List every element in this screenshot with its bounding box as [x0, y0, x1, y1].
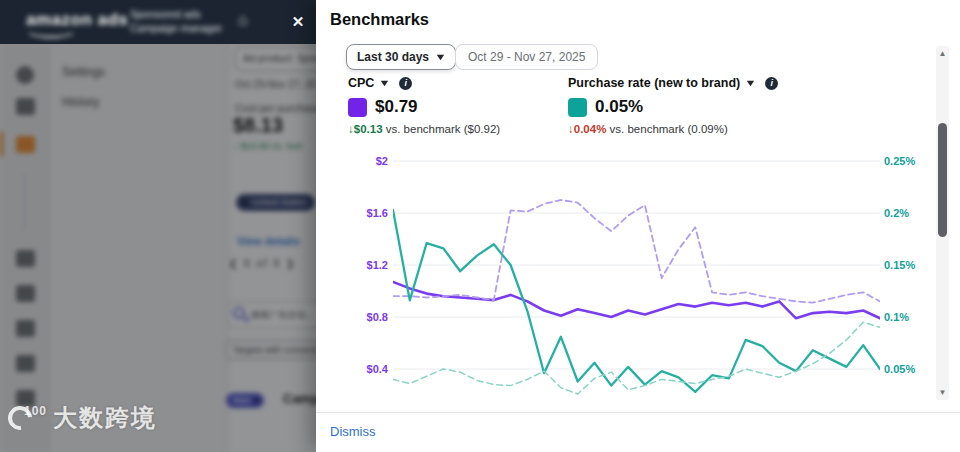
purchase-rate-value: 0.05% — [595, 97, 643, 117]
chevron-down-icon: ▼ — [744, 78, 756, 88]
cpc-delta-value: $0.13 — [354, 123, 383, 135]
topbar-subtitle-line1: Sponsored ads — [130, 8, 201, 20]
app-topbar: amazon ads Sponsored ads Campaign manage… — [0, 0, 320, 44]
left-axis-tick: $0.8 — [346, 310, 388, 324]
cpc-metric-label: CPC — [348, 76, 374, 90]
purchase-rate-delta: ↓0.04% vs. benchmark (0.09%) — [568, 123, 778, 135]
scroll-up-icon[interactable]: ▲ — [936, 49, 949, 58]
series-cpc-benchmark — [393, 200, 880, 303]
left-axis-tick: $1.2 — [346, 258, 388, 272]
amazon-ads-logo: amazon ads — [26, 10, 128, 30]
page-title: Benchmarks — [330, 10, 429, 29]
cpc-value: $0.79 — [375, 97, 418, 117]
scrollbar-thumb[interactable] — [938, 123, 947, 237]
info-icon[interactable]: i — [399, 77, 412, 90]
chevron-down-icon: ▼ — [434, 52, 446, 62]
purchase-rate-metric-dropdown[interactable]: Purchase rate (new to brand) ▼ i — [568, 76, 778, 90]
modal-backdrop[interactable] — [0, 44, 320, 452]
cpc-delta-rest: vs. benchmark ($0.92) — [383, 123, 501, 135]
watermark: 100 大数跨境 — [8, 402, 157, 434]
chevron-down-icon: ▼ — [379, 78, 391, 88]
watermark-text: 大数跨境 — [53, 402, 157, 434]
series-cpc — [393, 282, 880, 318]
series-purchase-rate-new-to-brand- — [393, 210, 880, 392]
right-axis-tick: 0.2% — [884, 206, 944, 220]
date-range-button[interactable]: Oct 29 - Nov 27, 2025 — [455, 44, 598, 70]
cpc-color-swatch — [348, 98, 367, 117]
cpc-delta: ↓$0.13 vs. benchmark ($0.92) — [348, 123, 500, 135]
time-range-label: Last 30 days — [357, 50, 429, 64]
left-axis-tick: $1.6 — [346, 206, 388, 220]
right-axis-tick: 0.25% — [884, 154, 944, 168]
panel-scrollbar[interactable]: ▲ ▼ — [936, 46, 949, 400]
benchmark-chart-svg — [393, 150, 880, 402]
home-icon[interactable]: ⌂ — [238, 11, 248, 29]
left-axis-tick: $2 — [346, 154, 388, 168]
dismiss-button[interactable]: Dismiss — [330, 424, 376, 439]
benchmarks-panel: Benchmarks Last 30 days ▼ Oct 29 - Nov 2… — [316, 0, 960, 452]
date-range-label: Oct 29 - Nov 27, 2025 — [468, 50, 585, 64]
scroll-down-icon[interactable]: ▼ — [936, 388, 949, 397]
screenshot-root: Settings History Ad product: Spons Oct 2… — [0, 0, 960, 452]
benchmark-chart: $2$1.6$1.2$0.8$0.4 0.25%0.2%0.15%0.1%0.0… — [346, 150, 946, 406]
topbar-subtitle: Sponsored ads Campaign manager — [130, 7, 222, 35]
metric-card-purchase-rate: Purchase rate (new to brand) ▼ i 0.05% ↓… — [568, 76, 778, 135]
time-range-dropdown[interactable]: Last 30 days ▼ — [346, 44, 456, 70]
info-icon[interactable]: i — [765, 77, 778, 90]
purchase-rate-delta-rest: vs. benchmark (0.09%) — [606, 123, 727, 135]
purchase-rate-metric-label: Purchase rate (new to brand) — [568, 76, 740, 90]
close-icon[interactable]: ✕ — [286, 10, 310, 34]
left-axis-tick: $0.4 — [346, 362, 388, 376]
app-body: Settings History Ad product: Spons Oct 2… — [0, 44, 320, 452]
topbar-blurred-content: amazon ads Sponsored ads Campaign manage… — [0, 0, 320, 44]
purchase-rate-color-swatch — [568, 98, 587, 117]
cpc-metric-dropdown[interactable]: CPC ▼ i — [348, 76, 500, 90]
purchase-rate-delta-value: 0.04% — [574, 123, 607, 135]
background-app: Settings History Ad product: Spons Oct 2… — [0, 0, 320, 452]
right-axis-tick: 0.05% — [884, 362, 944, 376]
right-axis-tick: 0.15% — [884, 258, 944, 272]
footer-divider — [316, 412, 960, 413]
topbar-subtitle-line2: Campaign manager — [130, 22, 222, 34]
right-axis-tick: 0.1% — [884, 310, 944, 324]
metric-card-cpc: CPC ▼ i $0.79 ↓$0.13 vs. benchmark ($0.9… — [348, 76, 500, 135]
amazon-smile-icon — [28, 30, 74, 38]
